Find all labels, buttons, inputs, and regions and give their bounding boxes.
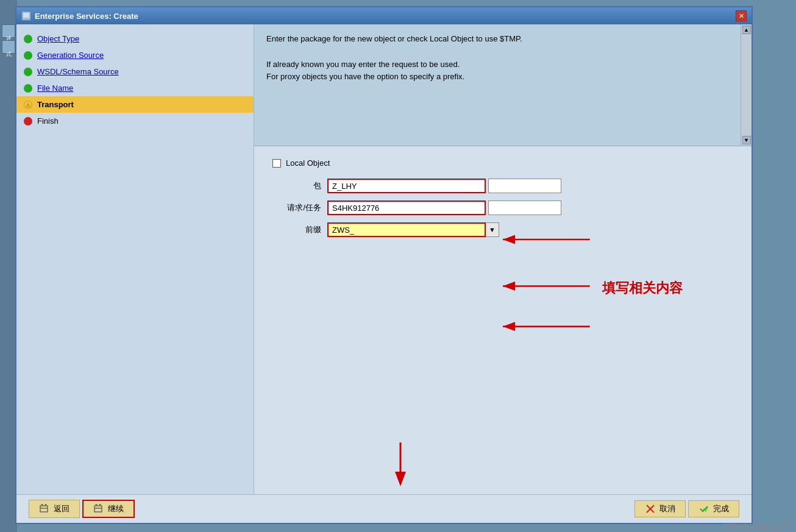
watermark: CSDN@1314lay_1007 [723, 522, 791, 530]
cancel-icon [645, 503, 656, 514]
window-icon [21, 11, 31, 21]
wizard-step-finish: Finish [16, 113, 254, 129]
local-object-row: Local Object [272, 158, 733, 168]
package-label: 包 [272, 180, 321, 191]
title-bar-left: Enterprise Services: Create [21, 11, 138, 21]
wizard-step-wsdl[interactable]: WSDL/Schema Source [16, 63, 254, 80]
step-label-object-type[interactable]: Object Type [37, 34, 79, 43]
svg-rect-1 [23, 13, 29, 18]
package-row: 包 [272, 179, 733, 193]
info-line4: For proxy objects you have the option to… [266, 72, 464, 81]
svg-rect-14 [94, 506, 102, 512]
step-label-transport[interactable]: Transport [37, 100, 74, 109]
continue-button[interactable]: 继续 [82, 500, 135, 518]
step-icon-object-type [24, 35, 32, 43]
request-input[interactable] [327, 200, 486, 215]
back-icon [39, 503, 50, 514]
request-label: 请求/任务 [272, 202, 321, 213]
prefix-browse-button[interactable]: ▼ [486, 222, 499, 237]
step-label-finish: Finish [37, 116, 59, 126]
scroll-down-button[interactable]: ▼ [742, 136, 751, 144]
info-box: Enter the package for the new object or … [254, 24, 752, 146]
cancel-button[interactable]: 取消 [634, 500, 686, 517]
svg-text:填写相关内容: 填写相关内容 [602, 280, 683, 296]
request-input-wrapper [327, 200, 561, 215]
back-label: 返回 [54, 503, 69, 514]
finish-label: 完成 [713, 503, 729, 514]
scroll-up-button[interactable]: ▲ [742, 26, 751, 34]
dialog-window: Enterprise Services: Create ✕ Object Typ… [15, 6, 753, 524]
title-bar: Enterprise Services: Create ✕ [16, 7, 752, 24]
step-icon-wsdl [24, 68, 32, 76]
app-sidebar: 述 式 [0, 0, 17, 532]
bottom-toolbar: 返回 继续 取消 完成 [16, 494, 752, 523]
local-object-label: Local Object [286, 158, 330, 168]
prefix-input-wrapper: ▼ [327, 222, 499, 237]
package-input-ext[interactable] [488, 179, 561, 193]
wizard-step-filename[interactable]: File Name [16, 80, 254, 96]
info-text: Enter the package for the new object or … [266, 33, 739, 83]
wizard-step-object-type[interactable]: Object Type [16, 30, 254, 47]
svg-point-16 [96, 504, 98, 506]
wizard-step-transport[interactable]: ⚠ Transport [16, 96, 254, 113]
step-icon-finish [24, 117, 32, 126]
step-icon-filename [24, 84, 32, 93]
package-input-wrapper [327, 179, 561, 193]
wizard-step-generation-source[interactable]: Generation Source [16, 47, 254, 63]
request-input-ext[interactable] [488, 200, 561, 215]
toolbar-left-group: 返回 继续 [29, 500, 135, 518]
scrollbar[interactable]: ▲ ▼ [741, 24, 752, 146]
local-object-checkbox[interactable] [272, 159, 281, 168]
prefix-row: 前缀 ▼ [272, 222, 733, 237]
continue-icon [93, 503, 104, 514]
step-icon-transport: ⚠ [24, 101, 32, 109]
form-area: Local Object 包 请求/任务 [254, 146, 752, 494]
info-line1: Enter the package for the new object or … [266, 34, 522, 43]
step-label-wsdl[interactable]: WSDL/Schema Source [37, 67, 119, 76]
package-input[interactable] [327, 179, 486, 193]
svg-rect-10 [40, 506, 48, 512]
step-label-generation-source[interactable]: Generation Source [37, 51, 104, 60]
svg-point-12 [41, 504, 43, 506]
annotation-arrows: 填写相关内容 [254, 146, 752, 494]
close-button[interactable]: ✕ [736, 10, 747, 21]
continue-arrow [376, 439, 425, 488]
back-button[interactable]: 返回 [29, 500, 80, 518]
svg-text:⚠: ⚠ [26, 102, 30, 108]
step-icon-generation-source [24, 51, 32, 60]
sidebar-btn-1[interactable]: 述 [2, 24, 15, 38]
toolbar-right-group: 取消 完成 [634, 500, 739, 517]
finish-icon [698, 503, 709, 514]
prefix-input[interactable] [327, 222, 486, 237]
info-line3: If already known you may enter the reque… [266, 60, 460, 69]
wizard-steps-panel: Object Type Generation Source WSDL/Schem… [16, 24, 254, 494]
window-title: Enterprise Services: Create [35, 12, 138, 21]
cancel-label: 取消 [659, 503, 675, 514]
step-label-filename[interactable]: File Name [37, 83, 73, 93]
continue-label: 继续 [108, 503, 124, 514]
finish-button[interactable]: 完成 [688, 500, 739, 517]
sidebar-btn-2[interactable]: 式 [2, 40, 15, 54]
dialog-content: Object Type Generation Source WSDL/Schem… [16, 24, 752, 494]
svg-point-17 [99, 504, 101, 506]
svg-point-13 [45, 504, 47, 506]
prefix-label: 前缀 [272, 224, 321, 235]
request-row: 请求/任务 [272, 200, 733, 215]
right-panel: Enter the package for the new object or … [254, 24, 752, 494]
